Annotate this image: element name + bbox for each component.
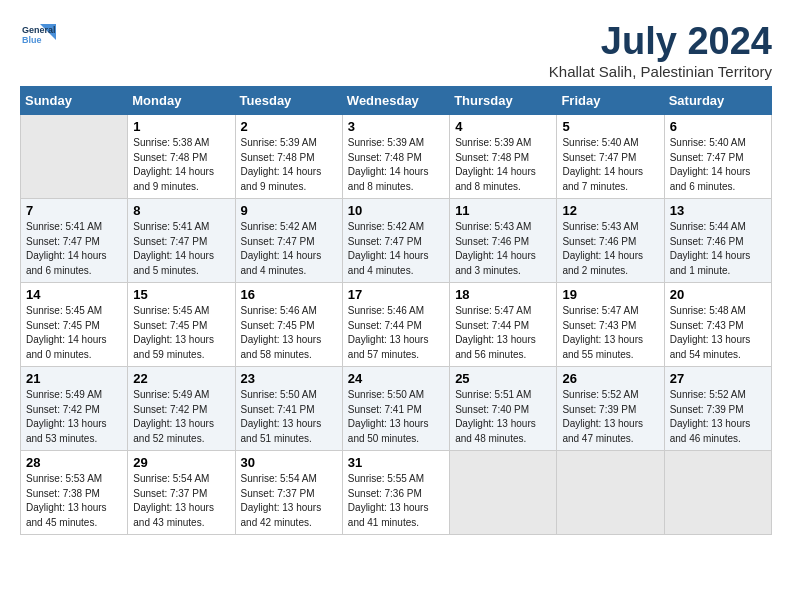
- calendar-cell: 27Sunrise: 5:52 AMSunset: 7:39 PMDayligh…: [664, 367, 771, 451]
- day-info: Sunrise: 5:52 AMSunset: 7:39 PMDaylight:…: [670, 388, 766, 446]
- calendar-cell: 23Sunrise: 5:50 AMSunset: 7:41 PMDayligh…: [235, 367, 342, 451]
- calendar-cell: 15Sunrise: 5:45 AMSunset: 7:45 PMDayligh…: [128, 283, 235, 367]
- day-info: Sunrise: 5:42 AMSunset: 7:47 PMDaylight:…: [348, 220, 444, 278]
- calendar-cell: 30Sunrise: 5:54 AMSunset: 7:37 PMDayligh…: [235, 451, 342, 535]
- calendar-cell: 12Sunrise: 5:43 AMSunset: 7:46 PMDayligh…: [557, 199, 664, 283]
- day-number: 25: [455, 371, 551, 386]
- calendar-week-row: 28Sunrise: 5:53 AMSunset: 7:38 PMDayligh…: [21, 451, 772, 535]
- day-number: 22: [133, 371, 229, 386]
- day-number: 12: [562, 203, 658, 218]
- day-number: 11: [455, 203, 551, 218]
- day-info: Sunrise: 5:42 AMSunset: 7:47 PMDaylight:…: [241, 220, 337, 278]
- calendar-cell: 13Sunrise: 5:44 AMSunset: 7:46 PMDayligh…: [664, 199, 771, 283]
- day-info: Sunrise: 5:54 AMSunset: 7:37 PMDaylight:…: [133, 472, 229, 530]
- calendar-cell: 24Sunrise: 5:50 AMSunset: 7:41 PMDayligh…: [342, 367, 449, 451]
- col-header-thursday: Thursday: [450, 87, 557, 115]
- calendar-week-row: 21Sunrise: 5:49 AMSunset: 7:42 PMDayligh…: [21, 367, 772, 451]
- day-number: 31: [348, 455, 444, 470]
- day-info: Sunrise: 5:53 AMSunset: 7:38 PMDaylight:…: [26, 472, 122, 530]
- calendar-cell: 28Sunrise: 5:53 AMSunset: 7:38 PMDayligh…: [21, 451, 128, 535]
- col-header-tuesday: Tuesday: [235, 87, 342, 115]
- day-info: Sunrise: 5:39 AMSunset: 7:48 PMDaylight:…: [348, 136, 444, 194]
- calendar-cell: 26Sunrise: 5:52 AMSunset: 7:39 PMDayligh…: [557, 367, 664, 451]
- calendar-cell: 29Sunrise: 5:54 AMSunset: 7:37 PMDayligh…: [128, 451, 235, 535]
- day-info: Sunrise: 5:41 AMSunset: 7:47 PMDaylight:…: [133, 220, 229, 278]
- day-number: 29: [133, 455, 229, 470]
- logo: General Blue: [20, 20, 56, 48]
- day-number: 23: [241, 371, 337, 386]
- day-number: 19: [562, 287, 658, 302]
- calendar-week-row: 1Sunrise: 5:38 AMSunset: 7:48 PMDaylight…: [21, 115, 772, 199]
- col-header-saturday: Saturday: [664, 87, 771, 115]
- day-number: 1: [133, 119, 229, 134]
- calendar-cell: 8Sunrise: 5:41 AMSunset: 7:47 PMDaylight…: [128, 199, 235, 283]
- day-info: Sunrise: 5:48 AMSunset: 7:43 PMDaylight:…: [670, 304, 766, 362]
- day-number: 18: [455, 287, 551, 302]
- day-number: 4: [455, 119, 551, 134]
- calendar-cell: 1Sunrise: 5:38 AMSunset: 7:48 PMDaylight…: [128, 115, 235, 199]
- calendar-cell: [21, 115, 128, 199]
- calendar-cell: 4Sunrise: 5:39 AMSunset: 7:48 PMDaylight…: [450, 115, 557, 199]
- day-info: Sunrise: 5:46 AMSunset: 7:44 PMDaylight:…: [348, 304, 444, 362]
- day-number: 6: [670, 119, 766, 134]
- col-header-friday: Friday: [557, 87, 664, 115]
- calendar-cell: 20Sunrise: 5:48 AMSunset: 7:43 PMDayligh…: [664, 283, 771, 367]
- calendar-cell: 18Sunrise: 5:47 AMSunset: 7:44 PMDayligh…: [450, 283, 557, 367]
- calendar-cell: [450, 451, 557, 535]
- day-info: Sunrise: 5:40 AMSunset: 7:47 PMDaylight:…: [562, 136, 658, 194]
- day-info: Sunrise: 5:46 AMSunset: 7:45 PMDaylight:…: [241, 304, 337, 362]
- day-number: 20: [670, 287, 766, 302]
- day-info: Sunrise: 5:49 AMSunset: 7:42 PMDaylight:…: [26, 388, 122, 446]
- calendar-week-row: 14Sunrise: 5:45 AMSunset: 7:45 PMDayligh…: [21, 283, 772, 367]
- month-year: July 2024: [549, 20, 772, 63]
- day-info: Sunrise: 5:45 AMSunset: 7:45 PMDaylight:…: [26, 304, 122, 362]
- calendar-cell: 7Sunrise: 5:41 AMSunset: 7:47 PMDaylight…: [21, 199, 128, 283]
- calendar-cell: 6Sunrise: 5:40 AMSunset: 7:47 PMDaylight…: [664, 115, 771, 199]
- calendar-cell: [664, 451, 771, 535]
- day-info: Sunrise: 5:40 AMSunset: 7:47 PMDaylight:…: [670, 136, 766, 194]
- day-info: Sunrise: 5:44 AMSunset: 7:46 PMDaylight:…: [670, 220, 766, 278]
- day-number: 10: [348, 203, 444, 218]
- calendar-cell: 11Sunrise: 5:43 AMSunset: 7:46 PMDayligh…: [450, 199, 557, 283]
- calendar-cell: 3Sunrise: 5:39 AMSunset: 7:48 PMDaylight…: [342, 115, 449, 199]
- day-info: Sunrise: 5:43 AMSunset: 7:46 PMDaylight:…: [562, 220, 658, 278]
- header: General Blue July 2024 Khallat Salih, Pa…: [20, 20, 772, 80]
- day-info: Sunrise: 5:47 AMSunset: 7:44 PMDaylight:…: [455, 304, 551, 362]
- calendar-cell: 19Sunrise: 5:47 AMSunset: 7:43 PMDayligh…: [557, 283, 664, 367]
- day-info: Sunrise: 5:50 AMSunset: 7:41 PMDaylight:…: [241, 388, 337, 446]
- calendar-cell: 5Sunrise: 5:40 AMSunset: 7:47 PMDaylight…: [557, 115, 664, 199]
- day-number: 3: [348, 119, 444, 134]
- calendar-cell: 10Sunrise: 5:42 AMSunset: 7:47 PMDayligh…: [342, 199, 449, 283]
- day-info: Sunrise: 5:39 AMSunset: 7:48 PMDaylight:…: [241, 136, 337, 194]
- svg-text:Blue: Blue: [22, 35, 42, 45]
- day-number: 16: [241, 287, 337, 302]
- day-number: 9: [241, 203, 337, 218]
- day-info: Sunrise: 5:38 AMSunset: 7:48 PMDaylight:…: [133, 136, 229, 194]
- day-info: Sunrise: 5:47 AMSunset: 7:43 PMDaylight:…: [562, 304, 658, 362]
- day-info: Sunrise: 5:50 AMSunset: 7:41 PMDaylight:…: [348, 388, 444, 446]
- day-number: 26: [562, 371, 658, 386]
- day-number: 7: [26, 203, 122, 218]
- day-number: 14: [26, 287, 122, 302]
- day-info: Sunrise: 5:41 AMSunset: 7:47 PMDaylight:…: [26, 220, 122, 278]
- day-number: 27: [670, 371, 766, 386]
- day-number: 28: [26, 455, 122, 470]
- day-number: 13: [670, 203, 766, 218]
- col-header-wednesday: Wednesday: [342, 87, 449, 115]
- col-header-monday: Monday: [128, 87, 235, 115]
- logo-icon: General Blue: [20, 20, 56, 48]
- calendar-week-row: 7Sunrise: 5:41 AMSunset: 7:47 PMDaylight…: [21, 199, 772, 283]
- day-number: 5: [562, 119, 658, 134]
- calendar-table: SundayMondayTuesdayWednesdayThursdayFrid…: [20, 86, 772, 535]
- day-info: Sunrise: 5:55 AMSunset: 7:36 PMDaylight:…: [348, 472, 444, 530]
- title-section: July 2024 Khallat Salih, Palestinian Ter…: [549, 20, 772, 80]
- calendar-cell: 16Sunrise: 5:46 AMSunset: 7:45 PMDayligh…: [235, 283, 342, 367]
- day-info: Sunrise: 5:52 AMSunset: 7:39 PMDaylight:…: [562, 388, 658, 446]
- day-info: Sunrise: 5:45 AMSunset: 7:45 PMDaylight:…: [133, 304, 229, 362]
- day-info: Sunrise: 5:49 AMSunset: 7:42 PMDaylight:…: [133, 388, 229, 446]
- calendar-cell: 21Sunrise: 5:49 AMSunset: 7:42 PMDayligh…: [21, 367, 128, 451]
- svg-text:General: General: [22, 25, 56, 35]
- day-number: 24: [348, 371, 444, 386]
- calendar-cell: 14Sunrise: 5:45 AMSunset: 7:45 PMDayligh…: [21, 283, 128, 367]
- day-info: Sunrise: 5:51 AMSunset: 7:40 PMDaylight:…: [455, 388, 551, 446]
